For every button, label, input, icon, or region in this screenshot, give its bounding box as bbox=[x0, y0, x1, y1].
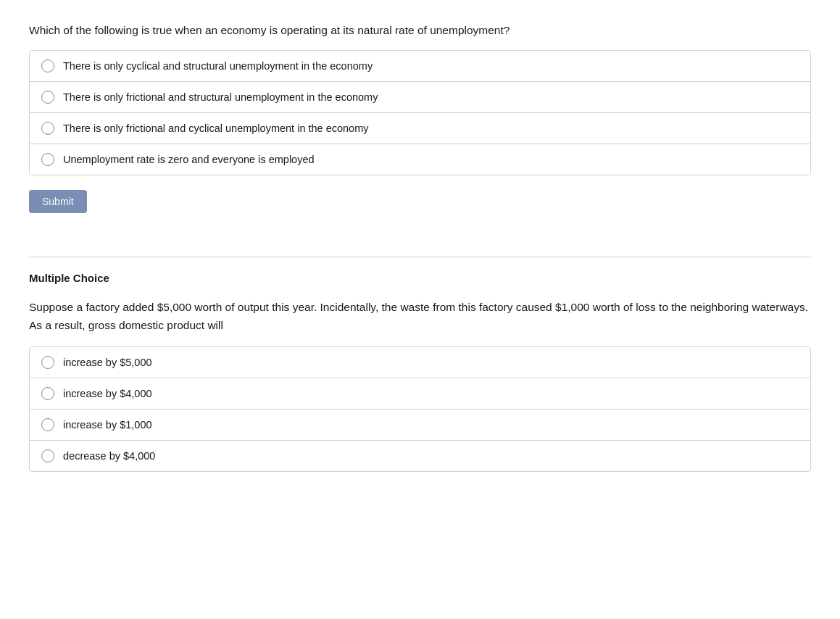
question2-block: Suppose a factory added $5,000 worth of … bbox=[29, 299, 811, 472]
question2-option-1[interactable]: increase by $5,000 bbox=[30, 347, 810, 378]
question1-option-4-label: Unemployment rate is zero and everyone i… bbox=[63, 154, 315, 165]
radio-circle-4 bbox=[41, 153, 54, 166]
question2-option-1-label: increase by $5,000 bbox=[63, 357, 152, 368]
question1-option-2-label: There is only frictional and structural … bbox=[63, 91, 378, 103]
question1-text: Which of the following is true when an e… bbox=[29, 22, 811, 38]
question2-text: Suppose a factory added $5,000 worth of … bbox=[29, 299, 811, 335]
question2-options: increase by $5,000 increase by $4,000 in… bbox=[29, 346, 811, 472]
question1-option-1[interactable]: There is only cyclical and structural un… bbox=[30, 51, 810, 82]
question1-option-3[interactable]: There is only frictional and cyclical un… bbox=[30, 113, 810, 144]
submit-button[interactable]: Submit bbox=[29, 190, 87, 213]
question2-option-4[interactable]: decrease by $4,000 bbox=[30, 441, 810, 471]
question2-option-3-label: increase by $1,000 bbox=[63, 419, 152, 431]
question1-option-1-label: There is only cyclical and structural un… bbox=[63, 60, 373, 72]
radio-circle-q2-1 bbox=[41, 356, 54, 369]
section2-label: Multiple Choice bbox=[29, 272, 811, 284]
radio-circle-q2-2 bbox=[41, 387, 54, 400]
question1-options: There is only cyclical and structural un… bbox=[29, 50, 811, 175]
radio-circle-2 bbox=[41, 91, 54, 104]
question1-block: Which of the following is true when an e… bbox=[29, 22, 811, 235]
section-divider bbox=[29, 257, 811, 257]
radio-circle-1 bbox=[41, 59, 54, 72]
radio-circle-q2-3 bbox=[41, 418, 54, 431]
question1-option-3-label: There is only frictional and cyclical un… bbox=[63, 122, 369, 134]
question1-option-2[interactable]: There is only frictional and structural … bbox=[30, 82, 810, 113]
question2-option-2-label: increase by $4,000 bbox=[63, 388, 152, 399]
question2-option-4-label: decrease by $4,000 bbox=[63, 450, 155, 462]
question2-option-3[interactable]: increase by $1,000 bbox=[30, 410, 810, 441]
question2-option-2[interactable]: increase by $4,000 bbox=[30, 378, 810, 410]
radio-circle-3 bbox=[41, 122, 54, 135]
question1-option-4[interactable]: Unemployment rate is zero and everyone i… bbox=[30, 144, 810, 175]
radio-circle-q2-4 bbox=[41, 449, 54, 462]
